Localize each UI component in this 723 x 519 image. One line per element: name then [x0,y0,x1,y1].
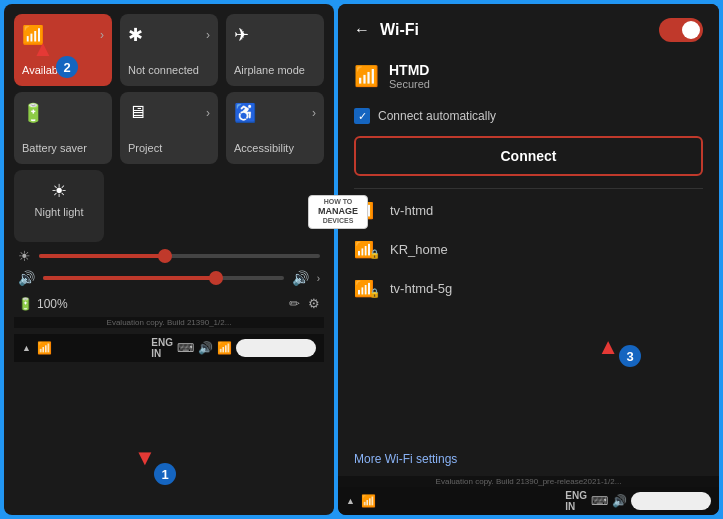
tile-bluetooth[interactable]: ✱ › Not connected [120,14,218,86]
network-name-3: tv-htmd-5g [390,281,452,296]
right-taskbar: ▲ 📶 ENG IN ⌨ 🔊 [338,487,719,515]
network-item-2[interactable]: 📶 🔒 KR_home [338,230,719,269]
pencil-icon[interactable]: ✏ [289,296,300,311]
lang-label: ENG IN [151,337,173,359]
chevron-right-icon5: › [317,273,320,284]
main-ssid: HTMD [389,62,703,78]
tile-accessibility[interactable]: ♿ › Accessibility [226,92,324,164]
accessibility-icon: ♿ [234,102,256,124]
right-watermark-text: Evaluation copy. Build 21390_pre-release… [436,477,622,486]
up-arrow-icon: ▲ [22,343,31,353]
wifi-header-left: ← Wi-Fi [354,21,419,39]
search-pill[interactable] [236,339,316,357]
volume-taskbar-icon[interactable]: 🔊 [198,341,213,355]
tile-project[interactable]: 🖥 › Project [120,92,218,164]
bluetooth-label: Not connected [128,64,199,76]
network-item-3[interactable]: 📶 🔒 tv-htmd-5g [338,269,719,308]
gear-icon[interactable]: ⚙ [308,296,320,311]
network-name-2: KR_home [390,242,448,257]
chevron-right-icon4: › [312,106,316,120]
arrow-down-icon: ▼ [134,445,156,471]
left-panel: 📶 › Available ✱ › Not connected ✈ Airpla… [4,4,334,515]
brightness-icon: ☀ [18,248,31,264]
night-light-tile[interactable]: ☀ Night light [14,170,104,242]
brightness-fill [39,254,165,258]
bottom-icons: ✏ ⚙ [289,296,320,311]
keyboard-icon[interactable]: ⌨ [177,341,194,355]
brightness-slider-row: ☀ [14,248,324,264]
main-wifi-icon: 📶 [354,64,379,88]
volume-fill [43,276,216,280]
more-wifi-settings[interactable]: More Wi-Fi settings [338,442,719,476]
battery-label: Battery saver [22,142,87,154]
brightness-thumb[interactable] [158,249,172,263]
auto-connect-row: ✓ Connect automatically [338,100,719,132]
battery-info: 🔋 100% [18,297,68,311]
night-light-label: Night light [35,206,84,218]
wifi-title: Wi-Fi [380,21,419,39]
project-label: Project [128,142,162,154]
battery-icon2: 🔋 [18,297,33,311]
back-button[interactable]: ← [354,21,370,39]
volume-taskbar-icon2[interactable]: 🔊 [612,494,627,508]
lock-icon-3: 🔒 [369,288,380,298]
volume-track[interactable] [43,276,284,280]
tile-battery[interactable]: 🔋 Battery saver [14,92,112,164]
logo-line1: HOW TO [313,198,363,206]
wifi-header: ← Wi-Fi [338,4,719,52]
tile-airplane[interactable]: ✈ Airplane mode [226,14,324,86]
left-taskbar: ▲ 📶 ENG IN ⌨ 🔊 📶 [14,334,324,362]
chevron-right-icon: › [100,28,104,42]
accessibility-label: Accessibility [234,142,294,154]
badge-2: 2 [56,56,78,78]
right-watermark: Evaluation copy. Build 21390_pre-release… [338,476,719,487]
wifi-taskbar-icon2[interactable]: 📶 [361,494,376,508]
airplane-label: Airplane mode [234,64,305,76]
toggle-knob [682,21,700,39]
main-network-section: 📶 HTMD Secured [338,52,719,100]
main-status: Secured [389,78,703,90]
bluetooth-icon: ✱ [128,24,143,46]
bottom-bar: 🔋 100% ✏ ⚙ [14,292,324,311]
wifi-toggle[interactable] [659,18,703,42]
logo-line3: DEVICES [313,217,363,225]
quick-tiles-row2: 🔋 Battery saver 🖥 › Project ♿ › Accessib… [14,92,324,164]
airplane-icon: ✈ [234,24,249,46]
watermark-text: Evaluation copy. Build 21390_1/2... [107,318,232,327]
speaker-icon: 🔊 [292,270,309,286]
keyboard-icon2[interactable]: ⌨ [591,494,608,508]
volume-thumb[interactable] [209,271,223,285]
brightness-track[interactable] [39,254,320,258]
right-lang-label: ENG IN [565,490,587,512]
lock-icon-2: 🔒 [369,249,380,259]
wifi-wrapper-3: 📶 🔒 [354,279,378,298]
sun-icon: ☀ [51,180,67,202]
connect-button[interactable]: Connect [354,136,703,176]
watermark-strip: Evaluation copy. Build 21390_1/2... [14,317,324,328]
arrow-up-icon: ▲ [32,36,54,62]
chevron-right-icon3: › [206,106,210,120]
wifi-taskbar-icon[interactable]: 📶 [37,341,52,355]
network-name-1: tv-htmd [390,203,433,218]
auto-connect-label: Connect automatically [378,109,496,123]
arrow-3-up: ▲ [597,334,619,360]
project-icon: 🖥 [128,102,146,123]
wifi-wrapper-2: 📶 🔒 [354,240,378,259]
main-network-row: 📶 HTMD Secured [354,62,703,90]
taskbar-left: ▲ 📶 [22,341,52,355]
battery-icon: 🔋 [22,102,44,124]
divider [354,188,703,189]
chevron-right-icon2: › [206,28,210,42]
battery-pct: 100% [37,297,68,311]
badge-3: 3 [619,345,641,367]
logo-badge: HOW TO MANAGE DEVICES [308,195,368,229]
network-list: 📶 tv-htmd 📶 🔒 KR_home 📶 🔒 tv-htmd-5g [338,191,719,442]
up-arrow-icon2: ▲ [346,496,355,506]
volume-icon: 🔊 [18,270,35,286]
right-search-pill[interactable] [631,492,711,510]
auto-connect-checkbox[interactable]: ✓ [354,108,370,124]
network-item-1[interactable]: 📶 tv-htmd [338,191,719,230]
network-taskbar-icon[interactable]: 📶 [217,341,232,355]
main-network-info: HTMD Secured [389,62,703,90]
connect-btn-wrapper: Connect [338,132,719,186]
